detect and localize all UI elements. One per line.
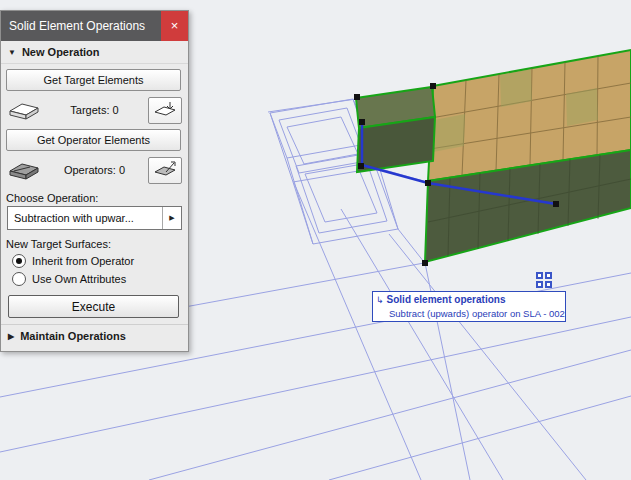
operator-element-icon	[7, 159, 41, 181]
pick-targets-icon	[153, 100, 177, 120]
close-button[interactable]: ×	[161, 11, 188, 41]
radio-dot[interactable]	[12, 272, 26, 286]
execute-button[interactable]: Execute	[8, 295, 179, 318]
targets-row: Targets: 0	[7, 96, 182, 124]
seo-tag-title-row: ↳Solid element operations	[376, 293, 562, 307]
new-target-surfaces-label: New Target Surfaces:	[6, 238, 183, 250]
radio-inherit-label: Inherit from Operator	[32, 255, 134, 267]
target-element-icon	[7, 99, 41, 121]
seo-palette-mini-icon	[536, 272, 553, 289]
pick-operators-icon	[153, 160, 177, 180]
pick-operators-button[interactable]	[148, 157, 182, 184]
collapse-triangle-icon: ▼	[8, 48, 16, 57]
radio-use-own-attributes[interactable]: Use Own Attributes	[12, 272, 188, 286]
operators-count-label: Operators: 0	[41, 164, 148, 176]
tag-bullet-icon: ↳	[376, 295, 384, 305]
section-maintain-operations-label: Maintain Operations	[20, 330, 126, 342]
radio-inherit-from-operator[interactable]: Inherit from Operator	[12, 254, 188, 268]
get-target-elements-button[interactable]: Get Target Elements	[6, 69, 181, 91]
seo-info-tag: ↳Solid element operations Subtract (upwa…	[372, 291, 566, 322]
section-new-operation[interactable]: ▼ New Operation	[1, 41, 188, 64]
operation-dropdown-value: Subtraction with upwar...	[8, 207, 162, 229]
palette-title: Solid Element Operations	[1, 11, 161, 41]
radio-own-attributes-label: Use Own Attributes	[32, 273, 126, 285]
pick-targets-button[interactable]	[148, 97, 182, 124]
operation-dropdown[interactable]: Subtraction with upwar... ▶	[7, 206, 182, 230]
operators-row: Operators: 0	[7, 156, 182, 184]
choose-operation-label: Choose Operation:	[6, 192, 183, 204]
section-maintain-operations[interactable]: ▶ Maintain Operations	[1, 324, 188, 347]
seo-tag-title: Solid element operations	[387, 294, 506, 305]
dropdown-arrow-icon[interactable]: ▶	[162, 207, 181, 229]
section-new-operation-label: New Operation	[22, 46, 100, 58]
solid-element-operations-palette: Solid Element Operations × ▼ New Operati…	[0, 10, 189, 352]
get-operator-elements-button[interactable]: Get Operator Elements	[6, 129, 181, 151]
palette-titlebar[interactable]: Solid Element Operations ×	[1, 11, 188, 41]
seo-tag-detail: Subtract (upwards) operator on SLA - 002	[376, 307, 562, 320]
radio-dot[interactable]	[12, 254, 26, 268]
collapsed-triangle-icon: ▶	[8, 332, 14, 341]
app-window: ↳Solid element operations Subtract (upwa…	[0, 0, 631, 480]
targets-count-label: Targets: 0	[41, 104, 148, 116]
